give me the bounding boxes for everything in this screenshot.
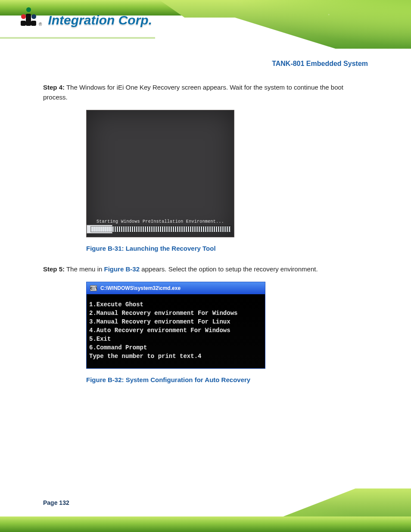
header-accent-line xyxy=(0,37,155,39)
figure-b32-screenshot: C:\ C:\WINDOWS\system32\cmd.exe 1.Execut… xyxy=(86,282,265,369)
step-5-label: Step 5: xyxy=(43,265,65,273)
page-footer-banner xyxy=(0,488,411,532)
step-4-text: The Windows for iEi One Key Recovery scr… xyxy=(43,84,343,101)
page-title: TANK-801 Embedded System xyxy=(43,59,368,69)
cmd-menu-line-4: 4.Auto Recovery environment For Windows xyxy=(89,327,230,334)
brand-logo: ® Integration Corp. xyxy=(21,9,152,27)
progress-tick-track xyxy=(90,226,231,232)
brand-registered-mark: ® xyxy=(39,22,42,27)
step-5: Step 5: The menu in Figure B-32 appears.… xyxy=(43,264,368,274)
cmd-icon: C:\ xyxy=(90,285,97,291)
footer-green-strip xyxy=(0,516,411,532)
cmd-titlebar: C:\ C:\WINDOWS\system32\cmd.exe xyxy=(87,282,265,294)
figure-b31-screenshot: Starting Windows PreInstallation Environ… xyxy=(86,110,234,237)
figure-b32-caption: Figure B-32: System Configuration for Au… xyxy=(43,375,368,385)
step-5-figure-ref: Figure B-32 xyxy=(104,265,140,273)
step-4-label: Step 4: xyxy=(43,84,65,91)
header-swoosh xyxy=(159,0,411,49)
step-5-text-after: appears. Select the option to setup the … xyxy=(141,265,318,273)
brand-name: Integration Corp. xyxy=(48,14,152,27)
winpe-progress-bar xyxy=(90,226,231,233)
cmd-title-path: C:\WINDOWS\system32\cmd.exe xyxy=(100,285,181,291)
page-content: TANK-801 Embedded System Step 4: The Win… xyxy=(43,60,368,395)
cmd-menu-line-6: 6.Command Prompt xyxy=(89,344,147,351)
cmd-menu-line-3: 3.Manual Recovery environment For Linux xyxy=(89,318,230,325)
cmd-menu-line-2: 2.Manual Recovery environment For Window… xyxy=(89,310,237,317)
step-5-text-before: The menu in xyxy=(66,265,104,273)
cmd-menu-line-5: 5.Exit xyxy=(89,336,111,342)
figure-b31-caption: Figure B-31: Launching the Recovery Tool xyxy=(43,243,368,253)
page-number: Page 132 xyxy=(43,499,69,506)
figure-b31-wrapper: Starting Windows PreInstallation Environ… xyxy=(43,110,368,237)
page-header-banner: ® Integration Corp. xyxy=(0,0,411,49)
figure-b32-wrapper: C:\ C:\WINDOWS\system32\cmd.exe 1.Execut… xyxy=(43,282,368,369)
cmd-prompt-line: Type the number to print text.4 xyxy=(89,353,201,360)
cmd-menu-line-1: 1.Execute Ghost xyxy=(89,301,143,308)
step-4: Step 4: The Windows for iEi One Key Reco… xyxy=(43,82,368,103)
winpe-boot-text: Starting Windows PreInstallation Environ… xyxy=(87,220,234,224)
cmd-terminal-body: 1.Execute Ghost 2.Manual Recovery enviro… xyxy=(87,294,265,368)
brand-mark-icon xyxy=(21,9,36,26)
